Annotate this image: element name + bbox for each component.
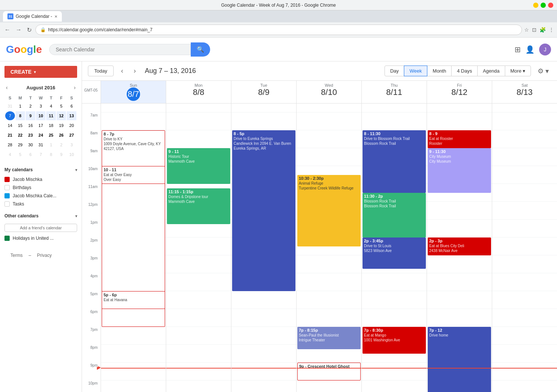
mini-cal-day[interactable]: 31 — [5, 102, 15, 111]
mini-cal-day[interactable]: 4 — [46, 102, 56, 111]
mini-cal-day[interactable]: 2 — [57, 140, 66, 149]
view-4days-btn[interactable]: 4 Days — [451, 66, 477, 76]
other-calendars-toggle[interactable]: ▾ — [75, 214, 77, 218]
event-eat-mango[interactable]: 7p - 8:30pEat at Mango1001 Washington Av… — [363, 327, 426, 354]
mini-cal-day[interactable]: 7 — [36, 150, 46, 159]
mini-cal-next-btn[interactable]: › — [72, 84, 77, 91]
event-drive-blossom-rock[interactable]: 8 - 11:30Drive to Blossom Rock TrailBlos… — [363, 130, 426, 193]
refresh-btn[interactable]: ↻ — [25, 25, 33, 35]
mini-cal-day[interactable]: 1 — [16, 102, 25, 111]
mini-cal-day[interactable]: 18 — [46, 121, 56, 130]
view-month-btn[interactable]: Month — [427, 66, 452, 76]
other-calendars-section[interactable]: Other calendars ▾ — [4, 213, 77, 219]
mini-cal-day[interactable]: 23 — [26, 131, 35, 140]
event-city-museum[interactable]: 9 - 11:30City MuseumCity Museum — [428, 148, 491, 193]
browser-tab[interactable]: 31 Google Calendar - ✕ — [3, 11, 62, 22]
mini-cal-day[interactable]: 6 — [26, 150, 35, 159]
view-agenda-btn[interactable]: Agenda — [477, 66, 505, 76]
user-icon[interactable]: 👤 — [525, 45, 535, 54]
event-blossom-rock-trail[interactable]: 11:30 - 2pBlossom Rock TrailBlossom Rock… — [363, 193, 426, 238]
event-sean-paul[interactable]: 7p - 8:15pSean-Paul the IllusionistIntri… — [297, 327, 361, 349]
mini-cal-day[interactable]: 4 — [5, 150, 15, 159]
view-week-btn[interactable]: Week — [404, 66, 427, 76]
mini-cal-day[interactable]: 31 — [36, 140, 46, 149]
next-week-btn[interactable]: › — [131, 66, 139, 76]
create-button[interactable]: CREATE ▾ — [4, 66, 77, 78]
event-eat-rooster[interactable]: 8 - 9Eat at RoosterRooster — [428, 130, 491, 148]
mini-cal-day[interactable]: 14 — [5, 121, 15, 130]
mini-cal-day[interactable]: 21 — [5, 131, 15, 140]
mini-cal-day[interactable]: 10 — [36, 111, 46, 120]
today-button[interactable]: Today — [88, 66, 114, 76]
apps-icon[interactable]: ⊞ — [515, 45, 521, 54]
mini-cal-day[interactable]: 30 — [26, 140, 35, 149]
prev-week-btn[interactable]: ‹ — [118, 66, 126, 76]
tab-close-btn[interactable]: ✕ — [54, 15, 57, 19]
extension-icon[interactable]: 🧩 — [539, 27, 546, 33]
mini-cal-day[interactable]: 10 — [67, 150, 76, 159]
event-drive-home[interactable]: 7p - 12Drive home — [428, 327, 491, 392]
forward-btn[interactable]: → — [14, 25, 23, 35]
minimize-btn[interactable] — [533, 3, 538, 8]
mini-cal-day[interactable]: 12 — [57, 111, 66, 120]
mini-cal-day[interactable]: 24 — [36, 131, 46, 140]
calendar-item-tasks[interactable]: Tasks — [4, 200, 77, 208]
mini-cal-prev-btn[interactable]: ‹ — [4, 84, 9, 91]
mini-cal-day[interactable]: 9 — [26, 111, 35, 120]
mini-cal-day[interactable]: 15 — [16, 121, 25, 130]
mini-cal-day[interactable]: 13 — [67, 111, 76, 120]
my-calendars-section[interactable]: My calendars ▾ — [4, 167, 77, 172]
view-day-btn[interactable]: Day — [384, 66, 404, 76]
event-historic-tour[interactable]: 9 - 11Historic TourMammoth Cave — [167, 148, 230, 184]
address-bar[interactable]: 🔒 https://calendar.google.com/calendar/r… — [35, 25, 522, 35]
mini-cal-day[interactable]: 6 — [67, 102, 76, 111]
calendar-item-birthdays[interactable]: Birthdays — [4, 184, 77, 192]
mini-cal-day[interactable]: 5 — [57, 102, 66, 111]
search-input[interactable] — [56, 47, 184, 52]
menu-icon[interactable]: ⋮ — [549, 27, 554, 33]
mini-cal-day[interactable]: 28 — [5, 140, 15, 149]
calendar-item-jacob-cale[interactable]: Jacob Mischka Cale... — [4, 192, 77, 200]
mini-cal-day[interactable]: 9 — [57, 150, 66, 159]
mini-cal-day[interactable]: 5 — [16, 150, 25, 159]
mini-cal-day[interactable]: 29 — [16, 140, 25, 149]
mini-cal-day[interactable]: 3 — [36, 102, 46, 111]
event-eat-havana[interactable]: 5p - 6pEat at Havana — [102, 291, 165, 309]
back-btn[interactable]: ← — [3, 25, 12, 35]
mini-cal-day[interactable]: 1 — [46, 140, 56, 149]
mini-cal-day[interactable]: 11 — [46, 111, 56, 120]
bookmark-icon[interactable]: ⊡ — [532, 27, 537, 33]
search-input-wrapper[interactable] — [49, 44, 191, 55]
settings-btn[interactable]: ⚙ ▾ — [535, 65, 551, 77]
event-drive-st-louis[interactable]: 2p - 3:45pDrive to St Louis5823 Wilson A… — [363, 238, 426, 269]
my-calendars-toggle[interactable]: ▾ — [75, 168, 77, 172]
mini-cal-day[interactable]: 25 — [46, 131, 56, 140]
mini-cal-day[interactable]: 19 — [57, 121, 66, 130]
privacy-link[interactable]: Privacy — [37, 253, 51, 258]
mini-cal-day[interactable]: 20 — [67, 121, 76, 130]
mini-cal-day[interactable]: 27 — [67, 131, 76, 140]
event-eat-blues-city[interactable]: 2p - 3pEat at Blues City Deli2438 McNair… — [428, 238, 491, 255]
restore-btn[interactable] — [541, 3, 546, 8]
terms-link[interactable]: Terms — [10, 253, 23, 258]
mini-cal-day-today[interactable]: 7 — [5, 111, 15, 120]
event-crescent-ghost[interactable]: 9p - Crescent Hotel Ghost — [297, 363, 361, 380]
star-icon[interactable]: ☆ — [524, 27, 529, 33]
mini-cal-day[interactable]: 22 — [16, 131, 25, 140]
calendar-item-holidays[interactable]: Holidays in United ... — [4, 234, 77, 242]
cal-checkbox-birthdays[interactable] — [4, 185, 10, 190]
mini-cal-day[interactable]: 17 — [36, 121, 46, 130]
view-more-btn[interactable]: More ▾ — [505, 66, 531, 76]
calendar-item-jacob[interactable]: Jacob Mischka — [4, 175, 77, 184]
add-friend-calendar-btn[interactable]: Add a friend's calendar — [4, 224, 77, 232]
mini-cal-day[interactable]: 8 — [16, 111, 25, 120]
event-drive-eureka[interactable]: 8 - 5pDrive to Eureka SpringsCandlewick … — [232, 130, 295, 291]
mini-cal-day[interactable]: 3 — [67, 140, 76, 149]
mini-cal-day[interactable]: 8 — [46, 150, 56, 159]
cal-checkbox-tasks[interactable] — [4, 201, 10, 207]
avatar[interactable]: J — [539, 44, 551, 55]
mini-cal-day[interactable]: 2 — [26, 102, 35, 111]
event-animal-refuge[interactable]: 10:30 - 2:30pAnimal RefugeTurpentine Cre… — [297, 175, 361, 246]
mini-cal-day[interactable]: 16 — [26, 121, 35, 130]
search-submit-btn[interactable]: 🔍 — [191, 42, 210, 57]
